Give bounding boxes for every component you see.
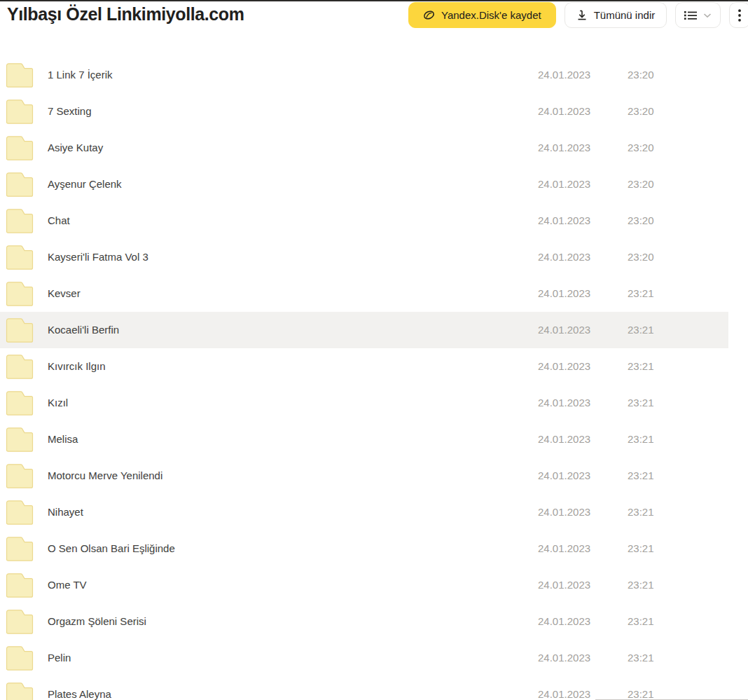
- modified-time: 23:21: [628, 385, 654, 421]
- folder-icon: [6, 135, 34, 161]
- modified-date: 24.01.2023: [538, 494, 590, 530]
- folder-name[interactable]: Ayşenur Çelenk: [48, 166, 122, 203]
- folder-name[interactable]: Asiye Kutay: [48, 130, 103, 166]
- modified-time: 23:21: [628, 640, 654, 676]
- more-options-button[interactable]: [729, 2, 748, 28]
- folder-row[interactable]: Plates Aleyna 24.01.2023 23:21: [0, 676, 728, 700]
- folder-icon: [6, 390, 34, 416]
- list-view-icon: [684, 11, 697, 20]
- folder-icon: [6, 535, 34, 562]
- folder-row[interactable]: Ome TV 24.01.2023 23:21: [0, 567, 728, 603]
- modified-date: 24.01.2023: [538, 385, 590, 421]
- modified-time: 23:21: [628, 567, 654, 603]
- folder-icon: [6, 98, 34, 125]
- modified-time: 23:20: [628, 130, 654, 166]
- folder-name[interactable]: Kıvırcık Ilgın: [48, 348, 106, 385]
- folder-row[interactable]: Kayseri'li Fatma Vol 3 24.01.2023 23:20: [0, 239, 728, 275]
- toolbar: Yandex.Disk'e kaydet Tümünü indir: [408, 2, 748, 28]
- download-all-label: Tümünü indir: [594, 9, 656, 21]
- folder-name[interactable]: Pelin: [48, 640, 71, 676]
- chevron-down-icon: [703, 13, 712, 18]
- folder-row[interactable]: O Sen Olsan Bari Eşliğinde 24.01.2023 23…: [0, 530, 728, 567]
- folder-icon: [6, 681, 34, 700]
- folder-icon: [6, 426, 34, 453]
- folder-icon: [6, 608, 34, 635]
- modified-time: 23:20: [628, 93, 654, 130]
- modified-date: 24.01.2023: [538, 640, 590, 676]
- modified-date: 24.01.2023: [538, 567, 590, 603]
- folder-icon: [6, 572, 34, 598]
- folder-name[interactable]: Chat: [48, 203, 70, 239]
- modified-date: 24.01.2023: [538, 312, 590, 348]
- modified-date: 24.01.2023: [538, 603, 590, 640]
- modified-time: 23:21: [628, 530, 654, 567]
- folder-row[interactable]: Kocaeli'li Berfin 24.01.2023 23:21: [0, 312, 728, 348]
- folder-icon: [6, 353, 34, 380]
- folder-row[interactable]: Ayşenur Çelenk 24.01.2023 23:20: [0, 166, 728, 203]
- modified-date: 24.01.2023: [538, 530, 590, 567]
- folder-row[interactable]: Melisa 24.01.2023 23:21: [0, 421, 728, 458]
- folder-name[interactable]: Nihayet: [48, 494, 83, 530]
- folder-name[interactable]: Ome TV: [48, 567, 87, 603]
- folder-row[interactable]: Kızıl 24.01.2023 23:21: [0, 385, 728, 421]
- modified-time: 23:21: [628, 275, 654, 312]
- folder-icon: [6, 462, 34, 489]
- modified-time: 23:21: [628, 458, 654, 494]
- folder-icon: [6, 499, 34, 526]
- modified-time: 23:21: [628, 676, 654, 700]
- modified-date: 24.01.2023: [538, 676, 590, 700]
- modified-time: 23:21: [628, 348, 654, 385]
- folder-name[interactable]: Plates Aleyna: [48, 676, 111, 700]
- folder-row[interactable]: Kevser 24.01.2023 23:21: [0, 275, 728, 312]
- folder-icon: [6, 207, 34, 234]
- folder-icon: [6, 62, 34, 88]
- modified-time: 23:20: [628, 203, 654, 239]
- modified-time: 23:20: [628, 166, 654, 203]
- folder-row[interactable]: Chat 24.01.2023 23:20: [0, 203, 728, 239]
- folder-name[interactable]: Kevser: [48, 275, 81, 312]
- modified-time: 23:21: [628, 421, 654, 458]
- view-mode-button[interactable]: [675, 2, 721, 28]
- file-list: 1 Link 7 İçerik 24.01.2023 23:20 7 Sexti…: [0, 57, 748, 700]
- folder-row[interactable]: Orgazm Şöleni Serisi 24.01.2023 23:21: [0, 603, 728, 640]
- page-title: Yılbaşı Özel Linkimiyolla.com: [7, 1, 244, 27]
- folder-name[interactable]: Kocaeli'li Berfin: [48, 312, 119, 348]
- modified-date: 24.01.2023: [538, 275, 590, 312]
- modified-date: 24.01.2023: [538, 348, 590, 385]
- modified-date: 24.01.2023: [538, 203, 590, 239]
- folder-row[interactable]: 7 Sexting 24.01.2023 23:20: [0, 93, 728, 130]
- folder-icon: [6, 171, 34, 198]
- modified-date: 24.01.2023: [538, 458, 590, 494]
- folder-name[interactable]: O Sen Olsan Bari Eşliğinde: [48, 530, 175, 567]
- folder-icon: [6, 280, 34, 307]
- modified-date: 24.01.2023: [538, 166, 590, 203]
- folder-name[interactable]: Motorcu Merve Yenilendi: [48, 458, 162, 494]
- kebab-menu-icon: [738, 9, 741, 22]
- modified-time: 23:21: [628, 312, 654, 348]
- folder-name[interactable]: Kayseri'li Fatma Vol 3: [48, 239, 148, 275]
- folder-name[interactable]: Orgazm Şöleni Serisi: [48, 603, 146, 640]
- modified-date: 24.01.2023: [538, 93, 590, 130]
- folder-name[interactable]: 7 Sexting: [48, 93, 92, 130]
- folder-row[interactable]: Nihayet 24.01.2023 23:21: [0, 494, 728, 530]
- modified-time: 23:20: [628, 57, 654, 93]
- download-all-button[interactable]: Tümünü indir: [565, 2, 667, 28]
- modified-time: 23:21: [628, 494, 654, 530]
- folder-name[interactable]: 1 Link 7 İçerik: [48, 57, 113, 93]
- folder-icon: [6, 645, 34, 671]
- modified-date: 24.01.2023: [538, 130, 590, 166]
- folder-row[interactable]: Asiye Kutay 24.01.2023 23:20: [0, 130, 728, 166]
- folder-name[interactable]: Kızıl: [48, 385, 68, 421]
- folder-name[interactable]: Melisa: [48, 421, 78, 458]
- folder-row[interactable]: Kıvırcık Ilgın 24.01.2023 23:21: [0, 348, 728, 385]
- save-to-yandex-disk-label: Yandex.Disk'e kaydet: [441, 9, 541, 21]
- folder-icon: [6, 317, 34, 343]
- folder-row[interactable]: Motorcu Merve Yenilendi 24.01.2023 23:21: [0, 458, 728, 494]
- folder-row[interactable]: 1 Link 7 İçerik 24.01.2023 23:20: [0, 57, 728, 93]
- modified-date: 24.01.2023: [538, 421, 590, 458]
- modified-time: 23:20: [628, 239, 654, 275]
- download-icon: [576, 10, 588, 21]
- folder-row[interactable]: Pelin 24.01.2023 23:21: [0, 640, 728, 676]
- save-to-yandex-disk-button[interactable]: Yandex.Disk'e kaydet: [408, 2, 556, 28]
- yandex-disk-logo-icon: [423, 9, 435, 21]
